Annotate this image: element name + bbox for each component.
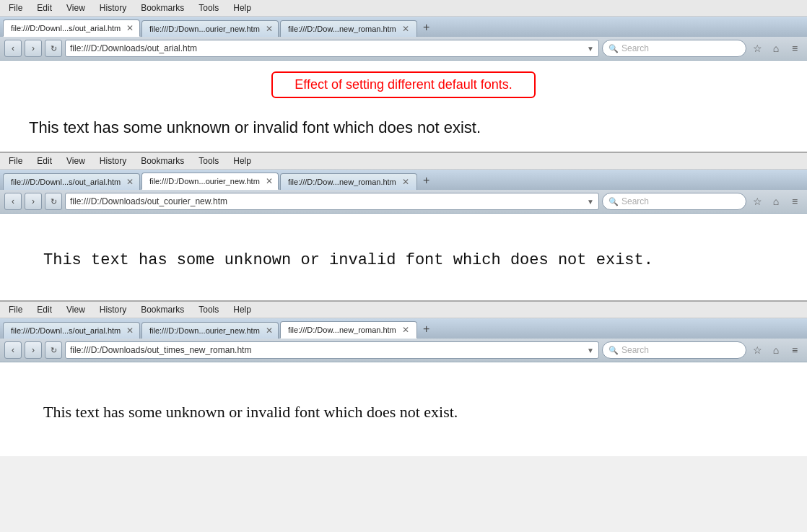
search-placeholder-1: Search (621, 43, 649, 53)
forward-button-3[interactable]: › (25, 341, 42, 359)
menu-button-3[interactable]: ≡ (787, 342, 803, 358)
address-dropdown-3[interactable]: ▼ (587, 346, 594, 354)
tab-bar-3: file:///D:/Downl...s/out_arial.htm ✕ fil… (0, 318, 807, 339)
content-area-3: This text has some unknown or invalid fo… (0, 362, 807, 456)
menu-edit-2[interactable]: Edit (34, 154, 55, 167)
back-button-3[interactable]: ‹ (4, 341, 22, 359)
tab-3-1-label: file:///D:/Down...ourier_new.htm (149, 326, 260, 335)
demo-paragraph-1: This text has some unknown or invalid fo… (29, 118, 481, 137)
tab-3-2-close[interactable]: ✕ (401, 325, 411, 335)
tab-3-0-close[interactable]: ✕ (125, 326, 135, 336)
menu-tools-2[interactable]: Tools (196, 154, 222, 167)
tab-3-2[interactable]: file:///D:/Dow...new_roman.htm ✕ (280, 321, 417, 339)
menu-edit-3[interactable]: Edit (34, 303, 55, 316)
back-button-1[interactable]: ‹ (4, 40, 22, 57)
menu-button-2[interactable]: ≡ (787, 193, 803, 209)
tab-2-1-close[interactable]: ✕ (264, 176, 274, 186)
refresh-button-3[interactable]: ↻ (45, 341, 62, 359)
tab-1-2-label: file:///D:/Dow...new_roman.htm (288, 25, 396, 33)
tab-3-0[interactable]: file:///D:/Downl...s/out_arial.htm ✕ (3, 322, 140, 339)
search-bar-3[interactable]: 🔍 Search (602, 341, 746, 359)
forward-button-1[interactable]: › (25, 40, 42, 57)
tab-bar-2: file:///D:/Downl...s/out_arial.htm ✕ fil… (0, 170, 807, 190)
tab-3-2-label: file:///D:/Dow...new_roman.htm (288, 326, 396, 334)
address-text-2: file:///D:/Downloads/out_courier_new.htm (70, 196, 587, 206)
menu-help-3[interactable]: Help (230, 303, 254, 316)
menu-tools-1[interactable]: Tools (196, 1, 222, 14)
tab-2-1[interactable]: file:///D:/Down...ourier_new.htm ✕ (141, 173, 279, 190)
tab-1-1[interactable]: file:///D:/Down...ourier_new.htm ✕ (141, 20, 279, 37)
back-button-2[interactable]: ‹ (4, 193, 22, 210)
tab-2-0[interactable]: file:///D:/Downl...s/out_arial.htm ✕ (3, 173, 140, 190)
menu-file-3[interactable]: File (6, 303, 25, 316)
tab-1-0-close[interactable]: ✕ (125, 23, 135, 33)
menu-view-1[interactable]: View (64, 1, 88, 14)
menu-tools-3[interactable]: Tools (196, 303, 222, 316)
tab-1-2-close[interactable]: ✕ (401, 24, 411, 34)
menu-help-2[interactable]: Help (230, 154, 254, 167)
home-button-2[interactable]: ⌂ (768, 193, 784, 209)
address-bar-3[interactable]: file:///D:/Downloads/out_times_new_roman… (65, 341, 599, 359)
menu-help-1[interactable]: Help (230, 1, 254, 14)
tab-2-1-label: file:///D:/Down...ourier_new.htm (149, 177, 260, 186)
home-button-3[interactable]: ⌂ (768, 342, 784, 358)
bookmark-star-button-3[interactable]: ☆ (749, 342, 765, 358)
tab-3-0-label: file:///D:/Downl...s/out_arial.htm (11, 326, 121, 335)
browser-window-1: File Edit View History Bookmarks Tools H… (0, 0, 807, 152)
tab-2-2-label: file:///D:/Dow...new_roman.htm (288, 178, 396, 186)
menu-bookmarks-2[interactable]: Bookmarks (138, 154, 187, 167)
menu-edit-1[interactable]: Edit (34, 1, 55, 14)
tab-2-0-close[interactable]: ✕ (125, 177, 135, 187)
nav-right-icons-3: ☆ ⌂ ≡ (749, 342, 803, 358)
tab-1-0[interactable]: file:///D:/Downl...s/out_arial.htm ✕ (3, 19, 140, 37)
menu-view-2[interactable]: View (64, 154, 88, 167)
menu-bar-3: File Edit View History Bookmarks Tools H… (0, 302, 807, 318)
nav-bar-3: ‹ › ↻ file:///D:/Downloads/out_times_new… (0, 339, 807, 362)
refresh-button-2[interactable]: ↻ (45, 193, 62, 210)
menu-button-1[interactable]: ≡ (787, 40, 803, 56)
tab-3-1[interactable]: file:///D:/Down...ourier_new.htm ✕ (141, 322, 279, 339)
address-bar-2[interactable]: file:///D:/Downloads/out_courier_new.htm… (65, 193, 599, 210)
search-bar-1[interactable]: 🔍 Search (602, 40, 746, 57)
bookmark-star-button-1[interactable]: ☆ (749, 40, 765, 56)
new-tab-button-1[interactable]: + (419, 19, 434, 35)
menu-file-1[interactable]: File (6, 1, 25, 14)
search-icon-3: 🔍 (608, 346, 619, 355)
forward-button-2[interactable]: › (25, 193, 42, 210)
bookmark-star-button-2[interactable]: ☆ (749, 193, 765, 209)
nav-right-icons-2: ☆ ⌂ ≡ (749, 193, 803, 209)
search-bar-2[interactable]: 🔍 Search (602, 193, 746, 210)
menu-bookmarks-3[interactable]: Bookmarks (138, 303, 187, 316)
search-placeholder-2: Search (621, 196, 649, 206)
address-dropdown-1[interactable]: ▼ (587, 45, 594, 53)
tab-bar-1: file:///D:/Downl...s/out_arial.htm ✕ fil… (0, 17, 807, 37)
home-button-1[interactable]: ⌂ (768, 40, 784, 56)
tab-2-2-close[interactable]: ✕ (401, 177, 411, 187)
address-bar-1[interactable]: file:///D:/Downloads/out_arial.htm ▼ (65, 40, 599, 57)
address-dropdown-2[interactable]: ▼ (587, 198, 594, 206)
tab-1-0-label: file:///D:/Downl...s/out_arial.htm (11, 24, 121, 32)
search-icon-1: 🔍 (608, 44, 619, 53)
refresh-button-1[interactable]: ↻ (45, 40, 62, 57)
menu-history-2[interactable]: History (97, 154, 129, 167)
tab-1-2[interactable]: file:///D:/Dow...new_roman.htm ✕ (280, 20, 417, 37)
menu-bookmarks-1[interactable]: Bookmarks (138, 1, 187, 14)
menu-file-2[interactable]: File (6, 154, 25, 167)
tab-2-0-label: file:///D:/Downl...s/out_arial.htm (11, 178, 121, 186)
menu-history-3[interactable]: History (97, 303, 129, 316)
nav-bar-2: ‹ › ↻ file:///D:/Downloads/out_courier_n… (0, 190, 807, 214)
search-icon-2: 🔍 (608, 197, 619, 206)
menu-view-3[interactable]: View (64, 303, 88, 316)
menu-bar-2: File Edit View History Bookmarks Tools H… (0, 153, 807, 170)
address-text-3: file:///D:/Downloads/out_times_new_roman… (70, 345, 587, 355)
tab-1-1-close[interactable]: ✕ (264, 24, 274, 34)
new-tab-button-2[interactable]: + (419, 173, 434, 188)
menu-history-1[interactable]: History (97, 1, 129, 14)
nav-bar-1: ‹ › ↻ file:///D:/Downloads/out_arial.htm… (0, 37, 807, 61)
nav-right-icons-1: ☆ ⌂ ≡ (749, 40, 803, 56)
content-area-2: This text has some unknown or invalid fo… (0, 214, 807, 300)
tab-3-1-close[interactable]: ✕ (264, 326, 274, 336)
new-tab-button-3[interactable]: + (419, 321, 434, 337)
tab-2-2[interactable]: file:///D:/Dow...new_roman.htm ✕ (280, 173, 417, 190)
demo-paragraph-3: This text has some unknown or invalid fo… (43, 403, 458, 422)
